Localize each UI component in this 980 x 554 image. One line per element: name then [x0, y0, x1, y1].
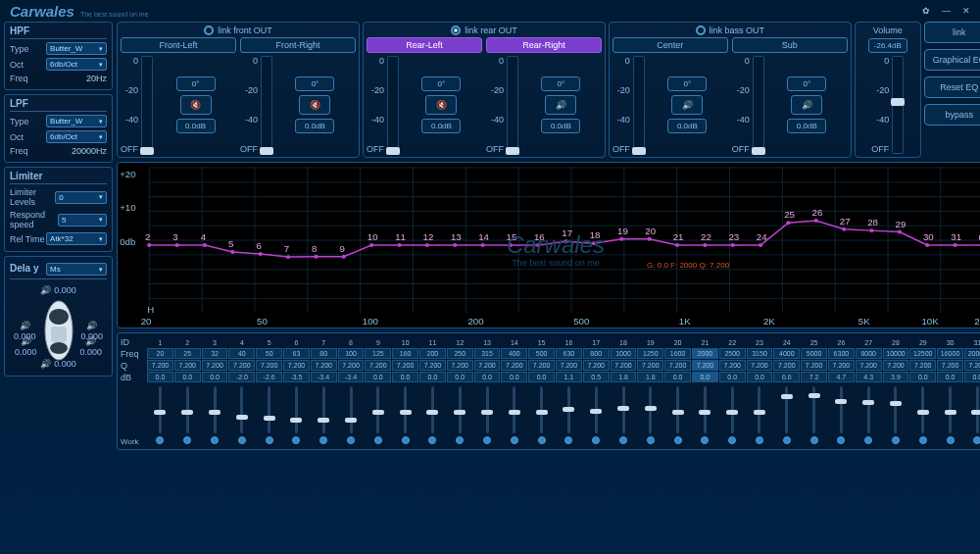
- channel-1-phase[interactable]: 0°: [295, 76, 334, 91]
- delay-unit-select[interactable]: Ms: [46, 263, 107, 276]
- eq-q-21[interactable]: 7.200: [719, 360, 746, 371]
- eq-db-0[interactable]: 0.0: [147, 372, 173, 382]
- eq-freq-3[interactable]: 40: [228, 348, 255, 359]
- eq-work-3[interactable]: [238, 436, 246, 444]
- eq-q-26[interactable]: 7.200: [856, 360, 882, 371]
- lpf-oct-select[interactable]: 6db/Oct: [46, 130, 107, 143]
- eq-db-17[interactable]: 1.8: [611, 372, 637, 382]
- limiter-rel-select[interactable]: Atk*32: [46, 232, 107, 245]
- eq-db-7[interactable]: -3.4: [338, 372, 365, 382]
- eq-slider-23[interactable]: [785, 386, 788, 433]
- channel-3-button[interactable]: Rear-Right: [486, 37, 602, 53]
- eq-slider-16[interactable]: [595, 386, 598, 433]
- eq-q-30[interactable]: 7.200: [964, 360, 980, 371]
- channel-0-button[interactable]: Front-Left: [121, 37, 236, 53]
- eq-work-0[interactable]: [156, 436, 164, 444]
- eq-freq-16[interactable]: 800: [583, 348, 610, 359]
- eq-slider-24[interactable]: [812, 386, 815, 433]
- eq-slider-17[interactable]: [622, 386, 625, 433]
- eq-work-22[interactable]: [756, 436, 763, 444]
- eq-q-22[interactable]: 7.200: [747, 360, 773, 371]
- eq-freq-12[interactable]: 315: [474, 348, 501, 359]
- eq-db-14[interactable]: 0.0: [528, 372, 555, 382]
- eq-slider-3[interactable]: [240, 386, 243, 433]
- eq-q-20[interactable]: 7.200: [692, 360, 718, 371]
- eq-work-23[interactable]: [783, 436, 791, 444]
- eq-db-9[interactable]: 0.0: [392, 372, 418, 382]
- channel-5-button[interactable]: Sub: [732, 37, 848, 53]
- channel-0-slider[interactable]: [141, 56, 153, 154]
- eq-db-6[interactable]: -3.4: [311, 372, 337, 382]
- eq-freq-22[interactable]: 3150: [747, 348, 773, 359]
- channel-3-gain[interactable]: 0.0dB: [541, 119, 580, 133]
- channel-5-slider[interactable]: [753, 56, 764, 154]
- eq-slider-4[interactable]: [268, 386, 270, 433]
- eq-slider-22[interactable]: [758, 386, 760, 433]
- eq-q-10[interactable]: 7.200: [419, 360, 446, 371]
- eq-work-14[interactable]: [538, 436, 546, 444]
- eq-db-1[interactable]: 0.0: [174, 372, 201, 382]
- eq-db-10[interactable]: 0.0: [419, 372, 446, 382]
- volume-thumb[interactable]: [891, 98, 905, 106]
- eq-db-19[interactable]: 0.0: [664, 372, 691, 382]
- close-button[interactable]: ✕: [962, 6, 970, 16]
- channel-4-button[interactable]: Center: [612, 37, 728, 53]
- eq-slider-8[interactable]: [376, 386, 379, 433]
- eq-work-24[interactable]: [810, 436, 818, 444]
- eq-q-25[interactable]: 7.200: [828, 360, 855, 371]
- channel-3-slider[interactable]: [507, 56, 518, 154]
- eq-db-3[interactable]: -2.0: [228, 372, 255, 382]
- eq-freq-5[interactable]: 63: [283, 348, 310, 359]
- graphical-eq-button[interactable]: Graphical EQ: [924, 49, 980, 71]
- eq-work-11[interactable]: [456, 436, 464, 444]
- eq-slider-15[interactable]: [567, 386, 570, 433]
- eq-slider-18[interactable]: [649, 386, 652, 433]
- link-front-radio[interactable]: [204, 25, 214, 35]
- eq-db-20[interactable]: 0.0: [692, 372, 718, 382]
- eq-freq-14[interactable]: 500: [528, 348, 555, 359]
- eq-work-5[interactable]: [292, 436, 300, 444]
- eq-slider-28[interactable]: [921, 386, 924, 433]
- eq-work-16[interactable]: [592, 436, 600, 444]
- eq-slider-9[interactable]: [404, 386, 407, 433]
- volume-slider[interactable]: [892, 56, 904, 154]
- eq-freq-8[interactable]: 125: [365, 348, 391, 359]
- eq-q-24[interactable]: 7.200: [801, 360, 827, 371]
- eq-work-17[interactable]: [619, 436, 627, 444]
- eq-freq-19[interactable]: 1600: [664, 348, 691, 359]
- channel-3-mute[interactable]: 🔊: [545, 95, 576, 115]
- eq-slider-10[interactable]: [431, 386, 434, 433]
- eq-slider-25[interactable]: [840, 386, 843, 433]
- eq-slider-5[interactable]: [295, 386, 298, 433]
- eq-freq-26[interactable]: 8000: [856, 348, 882, 359]
- eq-db-11[interactable]: 0.0: [447, 372, 473, 382]
- eq-freq-11[interactable]: 250: [447, 348, 473, 359]
- eq-slider-13[interactable]: [513, 386, 515, 433]
- limiter-speed-select[interactable]: 5: [58, 214, 107, 227]
- eq-q-27[interactable]: 7.200: [883, 360, 909, 371]
- eq-work-8[interactable]: [374, 436, 382, 444]
- eq-freq-9[interactable]: 160: [392, 348, 418, 359]
- eq-q-2[interactable]: 7.200: [202, 360, 228, 371]
- eq-freq-29[interactable]: 16000: [937, 348, 963, 359]
- eq-q-0[interactable]: 7.200: [147, 360, 173, 371]
- eq-freq-4[interactable]: 50: [256, 348, 282, 359]
- eq-q-15[interactable]: 7.200: [556, 360, 582, 371]
- eq-freq-7[interactable]: 100: [338, 348, 365, 359]
- eq-work-29[interactable]: [947, 436, 955, 444]
- minimize-button[interactable]: —: [942, 6, 951, 16]
- eq-q-9[interactable]: 7.200: [392, 360, 418, 371]
- eq-work-10[interactable]: [428, 436, 436, 444]
- limiter-levels-select[interactable]: 0: [55, 191, 107, 204]
- eq-q-1[interactable]: 7.200: [174, 360, 201, 371]
- link-rear-radio[interactable]: [451, 25, 461, 35]
- channel-2-slider[interactable]: [387, 56, 399, 154]
- eq-slider-20[interactable]: [704, 386, 707, 433]
- eq-q-23[interactable]: 7.200: [773, 360, 800, 371]
- eq-freq-15[interactable]: 630: [556, 348, 582, 359]
- eq-db-30[interactable]: 0.0: [964, 372, 980, 382]
- channel-1-button[interactable]: Front-Right: [240, 37, 356, 53]
- eq-slider-11[interactable]: [459, 386, 462, 433]
- eq-freq-2[interactable]: 32: [202, 348, 228, 359]
- channel-0-mute[interactable]: 🔇: [180, 95, 212, 115]
